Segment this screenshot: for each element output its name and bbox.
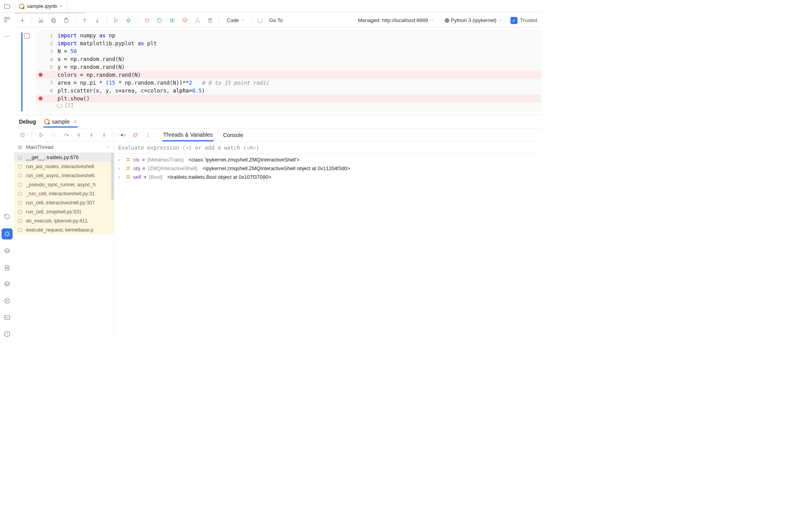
frames-list[interactable]: __get__, traitlets.py:676run_ast_nodes, … (14, 153, 114, 339)
kernel-label: Python 3 (ipykernel) (451, 17, 497, 23)
stack-frame[interactable]: _pseudo_sync_runner, async_h (14, 180, 114, 189)
code-line[interactable]: 8plt.scatter(x, y, s=area, c=colors, alp… (36, 87, 541, 95)
run-cell-icon[interactable] (112, 16, 120, 25)
code-line[interactable]: 5y = np.random.rand(N) (36, 63, 541, 71)
python-console-icon[interactable] (2, 263, 12, 273)
mute-breakpoints-icon[interactable] (131, 131, 140, 139)
jupyter-icon (44, 119, 50, 124)
folder-icon[interactable] (2, 2, 12, 11)
step-into-my-code-icon[interactable] (87, 131, 96, 139)
debug-session-tab[interactable]: sample × (43, 116, 78, 128)
expand-icon[interactable]: › (118, 174, 123, 180)
stack-frame[interactable]: run_cell, interactiveshell.py:307 (14, 198, 114, 207)
evaluate-placeholder: Evaluate expression (⏎) or add a watch (… (118, 145, 259, 151)
view-breakpoints-icon[interactable] (118, 131, 127, 139)
step-out-icon[interactable] (100, 131, 108, 139)
code-line[interactable]: 2import matplotlib.pyplot as plt (36, 39, 541, 47)
stack-frame[interactable]: run_cell_async, interactiveshell. (14, 171, 114, 180)
trusted-indicator[interactable]: ✓ Trusted (510, 17, 537, 24)
expand-icon[interactable]: › (118, 157, 123, 163)
variable-value: <ipykernel.zmqshell.ZMQInteractiveShell … (202, 165, 350, 171)
editor-tab-sample[interactable]: sample.ipynb × (14, 0, 67, 13)
stack-frame[interactable]: __get__, traitlets.py:676 (14, 153, 114, 162)
close-icon[interactable]: × (74, 119, 77, 125)
step-over-icon[interactable] (62, 131, 71, 139)
frame-label: run_cell, interactiveshell.py:307 (26, 200, 95, 206)
code-line[interactable]: 3N = 50 (36, 47, 541, 55)
restart-icon[interactable] (155, 16, 164, 25)
delete-cell-icon[interactable] (206, 16, 214, 25)
close-icon[interactable]: × (60, 3, 63, 9)
line-number: 1 (45, 33, 56, 39)
stop-debug-icon[interactable] (18, 131, 27, 139)
packages-icon[interactable] (2, 280, 12, 289)
svg-rect-33 (19, 201, 22, 204)
debug-cell-icon[interactable] (124, 16, 133, 25)
svg-rect-8 (4, 315, 10, 320)
debug-session-name: sample (52, 119, 70, 125)
variable-row[interactable]: ›obj = {ZMQInteractiveShell} <ipykernel.… (114, 164, 541, 172)
copy-icon[interactable] (49, 16, 58, 25)
clear-outputs-icon[interactable] (193, 16, 202, 25)
restart-run-all-icon[interactable] (181, 16, 189, 25)
frame-icon (17, 209, 23, 215)
code-line[interactable]: plt.show() (36, 95, 541, 102)
variables-list[interactable]: ›cls = {MetaHasTraits} <class 'ipykernel… (114, 154, 541, 183)
code-editor[interactable]: 1import numpy as np2import matplotlib.py… (36, 30, 541, 111)
breakpoint-gutter[interactable] (36, 96, 45, 100)
problems-icon[interactable] (2, 329, 12, 339)
managed-server-dropdown[interactable]: Managed: http://localhost:8889 (356, 17, 437, 24)
svg-rect-34 (19, 210, 22, 213)
debug-toolwindow-icon[interactable] (2, 228, 13, 239)
code-line[interactable]: colors = np.random.rand(N) (36, 71, 541, 79)
frame-icon (17, 200, 23, 206)
stop-cell-icon[interactable] (24, 33, 30, 39)
stack-frame[interactable]: run_ast_nodes, interactiveshell. (14, 162, 114, 171)
paste-icon[interactable] (62, 16, 71, 25)
svg-point-27 (147, 136, 148, 137)
move-up-icon[interactable] (80, 16, 89, 25)
kernel-dropdown[interactable]: Python 3 (ipykernel) (442, 17, 505, 24)
step-into-icon[interactable] (74, 131, 83, 139)
evaluate-expression-input[interactable]: Evaluate expression (⏎) or add a watch (… (114, 142, 541, 154)
code-line[interactable]: 7area = np.pi * (15 * np.random.rand(N))… (36, 79, 541, 87)
add-cell-icon[interactable] (18, 16, 27, 25)
svg-rect-37 (126, 158, 130, 159)
stack-frame[interactable]: execute_request, kernelbase.p (14, 225, 114, 234)
code-cell[interactable]: 1import numpy as np2import matplotlib.py… (14, 30, 541, 111)
cell-type-dropdown[interactable]: Code (224, 17, 248, 24)
layers-icon[interactable] (2, 247, 12, 256)
thread-selector[interactable]: MainThread (14, 142, 114, 153)
variable-row[interactable]: ›cls = {MetaHasTraits} <class 'ipykernel… (114, 155, 541, 164)
move-down-icon[interactable] (93, 16, 102, 25)
svg-point-21 (104, 133, 104, 133)
variable-value: <class 'ipykernel.zmqshell.ZMQInteractiv… (188, 157, 300, 163)
refresh-icon[interactable] (2, 212, 12, 221)
line-number: 5 (45, 64, 56, 70)
run-all-icon[interactable] (168, 16, 177, 25)
run-toolwindow-icon[interactable] (2, 296, 12, 306)
breakpoint-gutter[interactable] (36, 73, 45, 77)
stack-frame[interactable]: _run_cell, interactiveshell.py:31 (14, 189, 114, 198)
code-line[interactable]: 4x = np.random.rand(N) (36, 55, 541, 63)
svg-rect-31 (19, 183, 22, 186)
more-icon[interactable] (2, 32, 12, 41)
terminal-icon[interactable] (2, 313, 12, 322)
stack-frame[interactable]: run_cell, zmqshell.py:531 (14, 207, 114, 216)
structure-icon[interactable] (2, 15, 12, 24)
cut-icon[interactable] (37, 16, 45, 25)
pause-icon[interactable] (49, 131, 58, 139)
variable-row[interactable]: ›self = {Bool} <traitlets.traitlets.Bool… (114, 172, 541, 181)
debug-tab-title[interactable]: Debug (18, 116, 37, 127)
variable-type: {MetaHasTraits} (147, 157, 184, 163)
svg-rect-35 (19, 219, 22, 222)
goto-dropdown[interactable]: Go To (267, 17, 285, 24)
stack-frame[interactable]: do_execute, ipkernel.py:411 (14, 216, 114, 225)
console-tab[interactable]: Console (222, 130, 244, 141)
expand-icon[interactable]: › (118, 165, 123, 171)
resume-icon[interactable] (37, 131, 45, 139)
interrupt-icon[interactable] (143, 16, 151, 25)
more-debug-icon[interactable] (143, 131, 152, 139)
threads-variables-tab[interactable]: Threads & Variables (162, 129, 214, 141)
code-line[interactable]: 1import numpy as np (36, 32, 541, 39)
